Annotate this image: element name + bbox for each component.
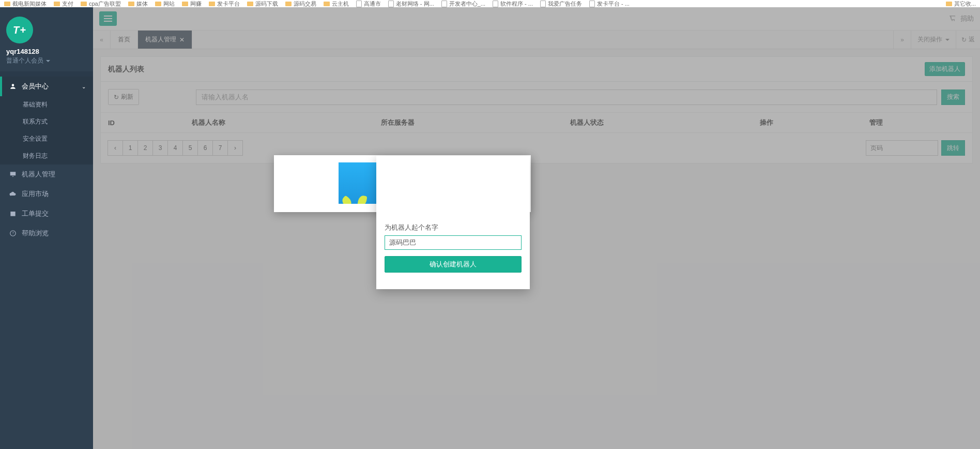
sidebar: T+ yqr148128 普通个人会员 会员中心 ⌄ 基础资料 联系方式 安全设…: [0, 7, 93, 449]
subnav-finance-log[interactable]: 财务日志: [0, 147, 93, 164]
bookmark-item[interactable]: 老财网络 - 网...: [388, 0, 434, 7]
bookmark-item[interactable]: 云主机: [324, 0, 349, 7]
bookmark-item[interactable]: 媒体: [128, 0, 148, 7]
calendar-icon: [9, 210, 18, 217]
profile-block: T+ yqr148128 普通个人会员: [0, 7, 93, 71]
nav-robot-manage[interactable]: 机器人管理: [0, 164, 93, 184]
bookmark-item[interactable]: 其它收...: [946, 0, 976, 7]
bookmark-item[interactable]: 软件程序 - ...: [493, 0, 533, 7]
bookmark-item[interactable]: 截电新闻媒体: [4, 0, 47, 7]
subnav-basic-info[interactable]: 基础资料: [0, 96, 93, 113]
bookmark-item[interactable]: 发卡平台 - ...: [589, 0, 630, 7]
bookmark-item[interactable]: cpa广告联盟: [81, 0, 121, 7]
nav-label: 工单提交: [22, 209, 49, 218]
modal-overlay[interactable]: [93, 7, 980, 449]
nav-label: 机器人管理: [22, 170, 55, 179]
bookmark-item[interactable]: 网赚: [182, 0, 202, 7]
subnav-contact[interactable]: 联系方式: [0, 113, 93, 130]
bookmark-item[interactable]: 支付: [54, 0, 73, 7]
user-icon: [9, 83, 18, 90]
user-role-dropdown[interactable]: 普通个人会员: [6, 56, 87, 65]
bookmark-item[interactable]: 开发者中心_...: [441, 0, 485, 7]
monitor-icon: [9, 171, 18, 178]
bookmark-item[interactable]: 源码交易: [285, 0, 316, 7]
nav-label: 应用市场: [22, 189, 49, 199]
nav-help[interactable]: ? 帮助浏览: [0, 223, 93, 243]
nav-member-center[interactable]: 会员中心 ⌄: [0, 77, 93, 96]
nav-label: 帮助浏览: [22, 229, 49, 238]
avatar: T+: [6, 17, 33, 43]
bookmark-item[interactable]: 网站: [155, 0, 175, 7]
create-robot-modal: 为机器人起个名字 确认创建机器人: [376, 156, 530, 289]
subnav-security[interactable]: 安全设置: [0, 130, 93, 147]
chevron-down-icon: ⌄: [82, 84, 86, 89]
bookmark-item[interactable]: 高通市: [356, 0, 381, 7]
nav-label: 会员中心: [22, 82, 49, 91]
nav-app-market[interactable]: 应用市场: [0, 184, 93, 204]
bookmark-item[interactable]: 源码下载: [247, 0, 278, 7]
confirm-create-robot-button[interactable]: 确认创建机器人: [385, 256, 522, 273]
bookmark-bar: 截电新闻媒体 支付 cpa广告联盟 媒体 网站 网赚 发卡平台 源码下载 源码交…: [0, 0, 980, 7]
bookmark-item[interactable]: 发卡平台: [209, 0, 240, 7]
nav-ticket[interactable]: 工单提交: [0, 204, 93, 223]
robot-name-input[interactable]: [385, 235, 522, 250]
main-area: 捐助 « 首页 机器人管理 ✕ » 关闭操作 ↻ 返 机器人列表 添加机器人: [93, 7, 980, 449]
username: yqr148128: [6, 48, 87, 55]
bookmark-item[interactable]: 我爱广告任务: [540, 0, 582, 7]
cloud-icon: [9, 190, 18, 198]
svg-text:?: ?: [12, 231, 14, 235]
help-icon: ?: [9, 230, 18, 237]
modal-name-label: 为机器人起个名字: [385, 223, 522, 232]
